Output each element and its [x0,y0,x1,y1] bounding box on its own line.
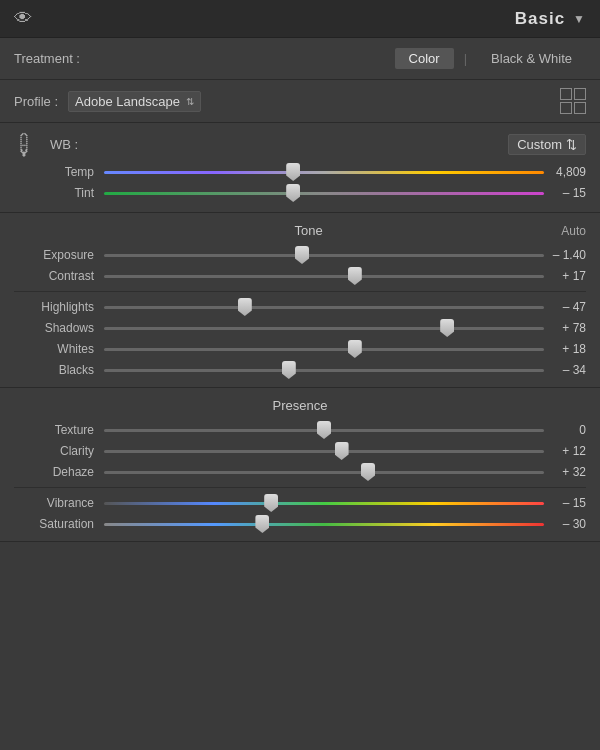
tint-slider-thumb[interactable] [286,184,300,202]
profile-arrows-icon: ⇅ [186,96,194,107]
profile-value: Adobe Landscape [75,94,180,109]
blacks-slider-thumb[interactable] [282,361,296,379]
saturation-value: – 30 [544,517,586,531]
exposure-value: – 1.40 [544,248,586,262]
wb-section: 🖊 WB : Custom ⇅ Temp 4,809 Tint – 15 [0,123,600,213]
presence-separator [14,487,586,488]
panel-title: Basic [515,9,565,29]
presence-title: Presence [56,398,544,413]
vibrance-label: Vibrance [14,496,94,510]
contrast-slider-thumb[interactable] [348,267,362,285]
grid-cell-4 [574,102,586,114]
treatment-row: Treatment : Color | Black & White [0,38,600,80]
clarity-slider-row: Clarity + 12 [14,444,586,458]
clarity-slider-track [104,450,544,453]
shadows-slider-row: Shadows + 78 [14,321,586,335]
blacks-slider-row: Blacks – 34 [14,363,586,377]
blacks-value: – 34 [544,363,586,377]
temp-slider-thumb[interactable] [286,163,300,181]
vibrance-slider-thumb[interactable] [264,494,278,512]
shadows-slider-thumb[interactable] [440,319,454,337]
highlights-value: – 47 [544,300,586,314]
shadows-slider-track-wrap[interactable] [104,321,544,335]
highlights-slider-thumb[interactable] [238,298,252,316]
whites-slider-thumb[interactable] [348,340,362,358]
presence-section-header: Presence [14,398,586,413]
vibrance-value: – 15 [544,496,586,510]
whites-slider-row: Whites + 18 [14,342,586,356]
saturation-slider-thumb[interactable] [255,515,269,533]
dehaze-label: Dehaze [14,465,94,479]
dehaze-slider-thumb[interactable] [361,463,375,481]
vibrance-slider-track-wrap[interactable] [104,496,544,510]
temp-slider-row: Temp 4,809 [14,165,586,179]
texture-slider-thumb[interactable] [317,421,331,439]
wb-preset-value: Custom [517,137,562,152]
whites-label: Whites [14,342,94,356]
tint-value: – 15 [544,186,586,200]
highlights-slider-track-wrap[interactable] [104,300,544,314]
highlights-label: Highlights [14,300,94,314]
saturation-slider-track-wrap[interactable] [104,517,544,531]
grid-cell-1 [560,88,572,100]
eyedropper-icon[interactable]: 🖊 [8,127,42,161]
blacks-slider-track-wrap[interactable] [104,363,544,377]
vibrance-slider-row: Vibrance – 15 [14,496,586,510]
tone-separator-1 [14,291,586,292]
wb-label: WB : [50,137,78,152]
exposure-slider-track-wrap[interactable] [104,248,544,262]
blacks-label: Blacks [14,363,94,377]
eye-icon[interactable]: 👁 [14,8,32,29]
bw-treatment-button[interactable]: Black & White [477,48,586,69]
shadows-label: Shadows [14,321,94,335]
highlights-slider-track [104,306,544,309]
saturation-label: Saturation [14,517,94,531]
grid-cell-3 [560,102,572,114]
clarity-slider-thumb[interactable] [335,442,349,460]
texture-slider-track-wrap[interactable] [104,423,544,437]
tint-slider-track [104,192,544,195]
exposure-slider-row: Exposure – 1.40 [14,248,586,262]
contrast-value: + 17 [544,269,586,283]
wb-preset-select[interactable]: Custom ⇅ [508,134,586,155]
shadows-slider-track [104,327,544,330]
texture-slider-track [104,429,544,432]
profile-select[interactable]: Adobe Landscape ⇅ [68,91,201,112]
panel-dropdown-icon[interactable]: ▼ [573,12,586,26]
dehaze-slider-row: Dehaze + 32 [14,465,586,479]
dehaze-slider-track [104,471,544,474]
wb-row: 🖊 WB : Custom ⇅ [14,131,586,157]
vibrance-slider-track [104,502,544,505]
contrast-label: Contrast [14,269,94,283]
profile-label: Profile : [14,94,58,109]
exposure-slider-track [104,254,544,257]
tone-auto-button[interactable]: Auto [561,224,586,238]
contrast-slider-row: Contrast + 17 [14,269,586,283]
clarity-slider-track-wrap[interactable] [104,444,544,458]
saturation-slider-row: Saturation – 30 [14,517,586,531]
dehaze-value: + 32 [544,465,586,479]
highlights-slider-row: Highlights – 47 [14,300,586,314]
temp-slider-track-wrap[interactable] [104,165,544,179]
tint-label: Tint [14,186,94,200]
dehaze-slider-track-wrap[interactable] [104,465,544,479]
blacks-slider-track [104,369,544,372]
grid-cell-2 [574,88,586,100]
texture-value: 0 [544,423,586,437]
wb-arrows-icon: ⇅ [566,137,577,152]
contrast-slider-track-wrap[interactable] [104,269,544,283]
texture-label: Texture [14,423,94,437]
texture-slider-row: Texture 0 [14,423,586,437]
tint-slider-track-wrap[interactable] [104,186,544,200]
whites-slider-track [104,348,544,351]
exposure-label: Exposure [14,248,94,262]
temp-value: 4,809 [544,165,586,179]
treatment-divider: | [464,51,467,66]
panel-title-group: Basic ▼ [515,9,586,29]
temp-slider-track [104,171,544,174]
exposure-slider-thumb[interactable] [295,246,309,264]
tone-section: Tone Auto Exposure – 1.40 Contrast + 17 … [0,213,600,388]
whites-slider-track-wrap[interactable] [104,342,544,356]
profile-grid-icon[interactable] [560,88,586,114]
color-treatment-button[interactable]: Color [395,48,454,69]
